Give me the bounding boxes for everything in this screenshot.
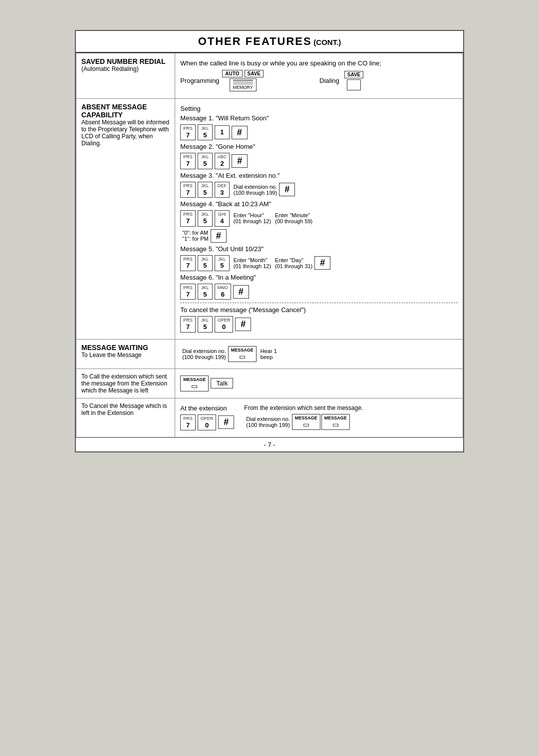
- section-title: SAVED NUMBER REDIAL: [81, 57, 170, 65]
- message-icon: ▭: [191, 382, 198, 390]
- from-extension-group: From the extension which sent the messag…: [244, 402, 363, 432]
- key-oper0: OPER0: [198, 414, 217, 430]
- section-subtitle: To Leave the Message: [81, 352, 170, 359]
- key-jkl5: JKL5: [198, 124, 213, 140]
- msg6-label: Message 6. "In a Meeting": [180, 274, 458, 281]
- section-left-saved-number: SAVED NUMBER REDIAL (Automatic Redialing…: [76, 53, 175, 99]
- msg3-keys: PRS7 JKL5 DEF3 Dial extension no.(100 th…: [180, 182, 458, 198]
- call-ext-keys: MESSAGE ▭ Talk: [180, 376, 458, 391]
- key-prs7: PRS7: [180, 255, 196, 271]
- enter-minute-label: Enter "Minute"(00 through 59): [275, 212, 312, 224]
- section-right-saved-number: When the called line is busy or while yo…: [175, 53, 463, 99]
- key-prs7: PRS7: [180, 210, 196, 226]
- message-label-top: MESSAGE: [295, 415, 317, 420]
- msg6-keys: PRS7 JKL5 MNO6 #: [180, 284, 458, 300]
- table-row: To Cancel the Message which is left in t…: [76, 398, 463, 437]
- message-label-top: MESSAGE: [324, 415, 347, 420]
- msg4-label: Message 4. "Back at 10:23 AM": [180, 200, 458, 208]
- auto-label: AUTO: [222, 70, 242, 77]
- intro-text: When the called line is busy or while yo…: [180, 59, 458, 67]
- key-jkl5: JKL5: [198, 284, 213, 300]
- key-prs7: PRS7: [180, 153, 196, 169]
- enter-hour-label: Enter "Hour"(01 through 12): [234, 212, 271, 224]
- message-icon: ▭: [332, 420, 339, 428]
- section-title: MESSAGE WAITING: [81, 344, 170, 352]
- section-right-call-ext: MESSAGE ▭ Talk: [175, 369, 463, 398]
- dial-ext-label: Dial extension no.(100 through 199): [182, 348, 226, 360]
- section-left-msg-waiting: MESSAGE WAITING To Leave the Message: [76, 339, 175, 369]
- page-subtitle: (CONT.): [313, 38, 341, 46]
- msg4-keys: PRS7 JKL5 GHI4 Enter "Hour"(01 through 1…: [180, 210, 458, 226]
- key-mno6: MNO6: [215, 284, 231, 300]
- save-key-area: [347, 79, 361, 90]
- page-number: - 7 -: [76, 437, 463, 451]
- key-hash: #: [233, 285, 249, 299]
- message-key2: MESSAGE ▭: [321, 414, 350, 430]
- msg1-keys: PRS7 JKL5 1 #: [180, 124, 458, 140]
- msg4-row2: "0": for AM"1": for PM #: [180, 229, 458, 243]
- auto-save-group: Programming AUTO SAVE MEMORY Dialing: [180, 70, 458, 91]
- key-jkl5: JKL5: [198, 210, 213, 226]
- key-def3: DEF3: [215, 182, 230, 198]
- section-left-cancel-ext: To Cancel the Message which is left in t…: [76, 398, 175, 437]
- message-icon: ▭: [303, 420, 309, 428]
- key-prs7: PRS7: [180, 284, 196, 300]
- two-msg-boxes: MESSAGE ▭ MESSAGE ▭: [292, 414, 350, 430]
- cancel-keys: PRS7 JKL5 OPER0 #: [180, 316, 458, 332]
- message-icon: ▭: [239, 353, 246, 361]
- key-jkl5: JKL5: [198, 153, 213, 169]
- at-extension-label: At the extension: [180, 404, 234, 412]
- table-row: SAVED NUMBER REDIAL (Automatic Redialing…: [76, 53, 463, 99]
- talk-box: Talk: [211, 378, 233, 388]
- section-subtitle: (Automatic Redialing): [81, 65, 170, 72]
- section-subtitle: To Cancel the Message which is left in t…: [81, 402, 170, 416]
- message-label-top: MESSAGE: [231, 348, 254, 353]
- message-key1: MESSAGE ▭: [292, 414, 320, 430]
- from-ext-keys: Dial extension no.(100 through 199) MESS…: [244, 414, 363, 430]
- key-jkl5b: JKL5: [215, 255, 230, 271]
- content-table: SAVED NUMBER REDIAL (Automatic Redialing…: [76, 53, 463, 437]
- key-prs7: PRS7: [180, 414, 196, 430]
- key-jkl5: JKL5: [198, 182, 213, 198]
- msg5-keys: PRS7 JKL5 JKL5 Enter "Month"(01 through …: [180, 255, 458, 271]
- hear-label: Hear 1beep: [261, 348, 277, 360]
- section-right-msg-waiting: Dial extension no.(100 through 199) MESS…: [175, 339, 463, 369]
- from-ext-label: From the extension which sent the messag…: [244, 404, 363, 411]
- msg2-label: Message 2. "Gone Home": [180, 143, 458, 150]
- msg5-label: Message 5. "Out Until 10/23": [180, 245, 458, 253]
- page-title: OTHER FEATURES: [198, 35, 312, 47]
- section-subtitle: Absent Message will be informed to the P…: [81, 119, 170, 147]
- page-header: OTHER FEATURES (CONT.): [76, 31, 463, 53]
- key-hash: #: [314, 256, 330, 270]
- key-prs7: PRS7: [180, 182, 196, 198]
- section-title: ABSENT MESSAGE CAPABILITY: [81, 103, 170, 119]
- am-pm-label: "0": for AM"1": for PM: [182, 230, 208, 242]
- section-left-absent: ABSENT MESSAGE CAPABILITY Absent Message…: [76, 99, 175, 340]
- section-right-absent: Setting Message 1. "Will Return Soon" PR…: [175, 99, 463, 340]
- memory-box: MEMORY: [230, 78, 257, 91]
- table-row: ABSENT MESSAGE CAPABILITY Absent Message…: [76, 99, 463, 340]
- dotted-separator: [180, 303, 458, 303]
- key-jkl5: JKL5: [198, 316, 213, 332]
- page: OTHER FEATURES (CONT.) SAVED NUMBER REDI…: [75, 30, 464, 452]
- message-label-top: MESSAGE: [183, 377, 206, 382]
- cancel-msg-label: To cancel the message ("Message Cancel"): [180, 306, 458, 314]
- message-key: MESSAGE ▭: [228, 346, 257, 362]
- key-oper0: OPER0: [215, 316, 234, 332]
- section-left-call-ext: To Call the extension which sent the mes…: [76, 369, 175, 398]
- key-hash: #: [232, 154, 248, 168]
- cancel-ext-keys: PRS7 OPER0 #: [180, 414, 234, 430]
- key-prs7: PRS7: [180, 124, 196, 140]
- table-row: MESSAGE WAITING To Leave the Message Dia…: [76, 339, 463, 369]
- enter-day-label: Enter "Day"(01 through 31): [275, 257, 312, 269]
- key-hash: #: [211, 229, 227, 243]
- key-hash: #: [279, 183, 295, 196]
- dialing-label: Dialing: [319, 77, 339, 84]
- key-jkl5a: JKL5: [198, 255, 213, 271]
- table-row: To Call the extension which sent the mes…: [76, 369, 463, 398]
- dial-ext-label: Dial extension no.(100 through 199): [246, 416, 289, 428]
- memory-line: [233, 80, 253, 85]
- key-hash: #: [235, 318, 251, 331]
- enter-month-label: Enter "Month"(01 through 12): [234, 257, 271, 269]
- key-hash: #: [232, 126, 248, 139]
